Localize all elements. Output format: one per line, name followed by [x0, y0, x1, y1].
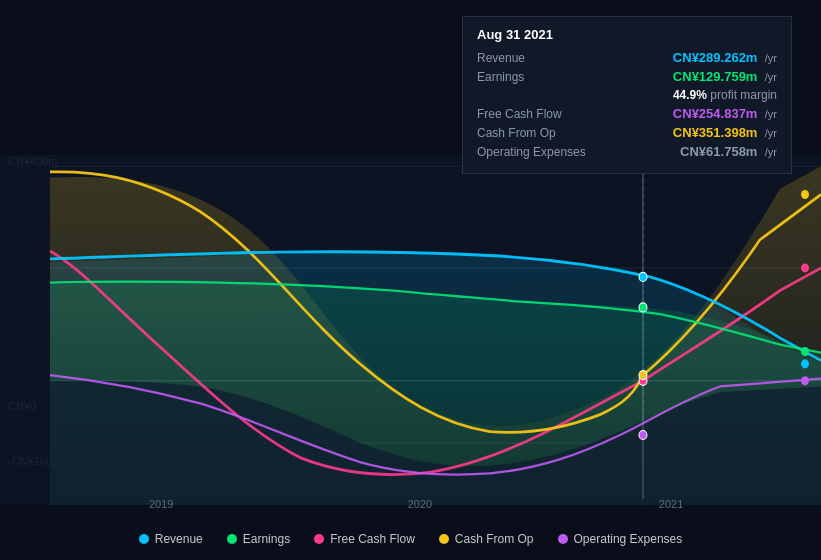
- tooltip-title: Aug 31 2021: [477, 27, 777, 42]
- tooltip-row-opex: Operating Expenses CN¥61.758m /yr: [477, 144, 777, 159]
- legend-label-earnings: Earnings: [243, 532, 290, 546]
- tooltip-row-fcf: Free Cash Flow CN¥254.837m /yr: [477, 106, 777, 121]
- tooltip-profit-margin: 44.9% profit margin: [673, 88, 777, 102]
- legend-label-cfo: Cash From Op: [455, 532, 534, 546]
- tooltip-label-revenue: Revenue: [477, 51, 607, 65]
- tooltip-value-revenue: CN¥289.262m: [673, 50, 758, 65]
- chart-legend: Revenue Earnings Free Cash Flow Cash Fro…: [0, 532, 821, 546]
- tooltip-row-cfo: Cash From Op CN¥351.398m /yr: [477, 125, 777, 140]
- tooltip-row-revenue: Revenue CN¥289.262m /yr: [477, 50, 777, 65]
- tooltip-value-opex: CN¥61.758m: [680, 144, 757, 159]
- svg-point-8: [801, 263, 809, 272]
- tooltip-label-fcf: Free Cash Flow: [477, 107, 607, 121]
- legend-dot-opex: [558, 534, 568, 544]
- legend-label-opex: Operating Expenses: [574, 532, 683, 546]
- svg-point-7: [801, 347, 809, 356]
- tooltip-unit-opex: /yr: [765, 146, 777, 158]
- tooltip-unit-revenue: /yr: [765, 52, 777, 64]
- legend-label-fcf: Free Cash Flow: [330, 532, 415, 546]
- tooltip-label-cfo: Cash From Op: [477, 126, 607, 140]
- chart-svg: [0, 155, 821, 505]
- tooltip-row-margin: 44.9% profit margin: [477, 88, 777, 102]
- legend-item-revenue: Revenue: [139, 532, 203, 546]
- x-label-2020: 2020: [408, 498, 432, 510]
- tooltip-unit-cfo: /yr: [765, 127, 777, 139]
- legend-item-fcf: Free Cash Flow: [314, 532, 415, 546]
- tooltip-unit-earnings: /yr: [765, 71, 777, 83]
- svg-point-13: [639, 303, 647, 312]
- svg-point-10: [801, 376, 809, 385]
- legend-dot-earnings: [227, 534, 237, 544]
- legend-dot-fcf: [314, 534, 324, 544]
- tooltip-label-opex: Operating Expenses: [477, 145, 607, 159]
- legend-label-revenue: Revenue: [155, 532, 203, 546]
- tooltip-value-cfo: CN¥351.398m: [673, 125, 758, 140]
- tooltip-value-earnings: CN¥129.759m: [673, 69, 758, 84]
- svg-point-16: [639, 430, 647, 439]
- svg-point-15: [639, 371, 647, 380]
- svg-point-6: [801, 359, 809, 368]
- svg-point-9: [801, 190, 809, 199]
- legend-item-earnings: Earnings: [227, 532, 290, 546]
- data-tooltip: Aug 31 2021 Revenue CN¥289.262m /yr Earn…: [462, 16, 792, 174]
- tooltip-value-fcf: CN¥254.837m: [673, 106, 758, 121]
- x-label-2019: 2019: [149, 498, 173, 510]
- tooltip-unit-fcf: /yr: [765, 108, 777, 120]
- legend-dot-cfo: [439, 534, 449, 544]
- svg-point-12: [639, 272, 647, 281]
- tooltip-row-earnings: Earnings CN¥129.759m /yr: [477, 69, 777, 84]
- legend-dot-revenue: [139, 534, 149, 544]
- chart-area: [0, 155, 821, 505]
- x-label-2021: 2021: [659, 498, 683, 510]
- tooltip-label-earnings: Earnings: [477, 70, 607, 84]
- legend-item-cfo: Cash From Op: [439, 532, 534, 546]
- legend-item-opex: Operating Expenses: [558, 532, 683, 546]
